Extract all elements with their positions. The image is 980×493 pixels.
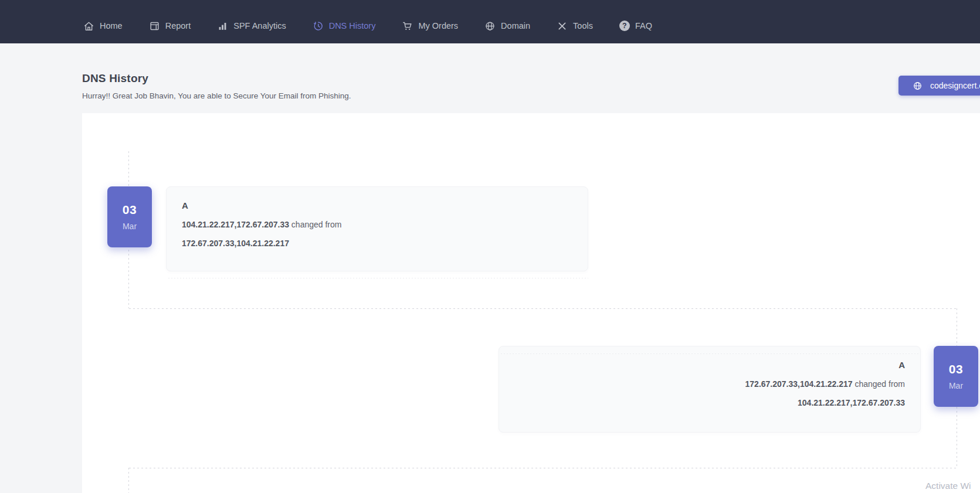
- dns-history-panel: 03 Mar A 104.21.22.217,172.67.207.33 cha…: [82, 113, 980, 493]
- record-type: A: [182, 200, 572, 210]
- page-title: DNS History: [82, 72, 148, 85]
- globe-icon: [913, 81, 923, 91]
- date-badge: 03 Mar: [934, 346, 978, 407]
- nav-label: Domain: [501, 21, 530, 30]
- nav-label: Home: [100, 21, 123, 30]
- nav-item-tools[interactable]: Tools: [557, 21, 593, 32]
- analytics-icon: [217, 21, 228, 32]
- record-old-value: 172.67.207.33,104.21.22.217: [182, 239, 289, 248]
- record-old-value: 104.21.22.217,172.67.207.33: [798, 398, 905, 407]
- history-icon: [313, 21, 324, 32]
- page-subtitle: Hurray!! Great Job Bhavin, You are able …: [82, 91, 351, 100]
- record-changed-label: changed from: [854, 379, 905, 389]
- nav-item-dns-history[interactable]: DNS History: [313, 21, 376, 32]
- badge-month: Mar: [949, 381, 963, 390]
- record-new-value: 104.21.22.217,172.67.207.33: [182, 220, 289, 229]
- record-old-line: 172.67.207.33,104.21.22.217: [182, 239, 572, 248]
- nav-item-report[interactable]: Report: [149, 21, 191, 32]
- record-new-value: 172.67.207.33,104.21.22.217: [745, 379, 853, 389]
- domain-button-label: codesigncert.co: [930, 81, 980, 90]
- nav-label: SPF Analytics: [233, 21, 286, 30]
- activate-windows-watermark: Activate Wi: [925, 481, 971, 491]
- globe-icon: [484, 21, 496, 32]
- record-change-line: 172.67.207.33,104.21.22.217 changed from: [514, 379, 905, 389]
- nav-label: Tools: [573, 21, 593, 30]
- timeline-line-bottom: [129, 468, 957, 468]
- domain-selector-button[interactable]: codesigncert.co: [898, 76, 980, 96]
- record-card: A 104.21.22.217,172.67.207.33 changed fr…: [166, 186, 588, 271]
- nav-label: Report: [165, 21, 191, 30]
- report-icon: [149, 21, 160, 32]
- badge-day: 03: [949, 362, 963, 376]
- record-change-line: 104.21.22.217,172.67.207.33 changed from: [182, 220, 572, 229]
- nav-item-faq[interactable]: FAQ: [619, 21, 652, 31]
- nav-item-home[interactable]: Home: [83, 21, 123, 32]
- faq-icon: [619, 21, 630, 31]
- orders-icon: [402, 21, 413, 32]
- timeline-line-left-bottom: [128, 468, 129, 493]
- badge-month: Mar: [123, 222, 137, 231]
- timeline-line-middle: [129, 308, 957, 309]
- nav-item-spf-analytics[interactable]: SPF Analytics: [217, 21, 286, 32]
- home-icon: [83, 21, 94, 32]
- navbar: Home Report SPF Analytics DNS History: [0, 0, 980, 43]
- record-changed-label: changed from: [291, 220, 342, 229]
- nav-label: My Orders: [418, 21, 458, 30]
- nav-label: FAQ: [635, 21, 652, 30]
- badge-day: 03: [123, 203, 137, 217]
- nav-item-my-orders[interactable]: My Orders: [402, 21, 458, 32]
- record-old-line: 104.21.22.217,172.67.207.33: [514, 398, 905, 407]
- tools-icon: [557, 21, 568, 32]
- card-accent-line: [168, 278, 588, 278]
- nav-label: DNS History: [329, 21, 376, 30]
- record-type: A: [514, 360, 905, 370]
- date-badge: 03 Mar: [107, 186, 152, 247]
- record-card: A 172.67.207.33,104.21.22.217 changed fr…: [499, 346, 921, 433]
- card-accent-line: [501, 353, 918, 354]
- nav-item-domain[interactable]: Domain: [484, 21, 530, 32]
